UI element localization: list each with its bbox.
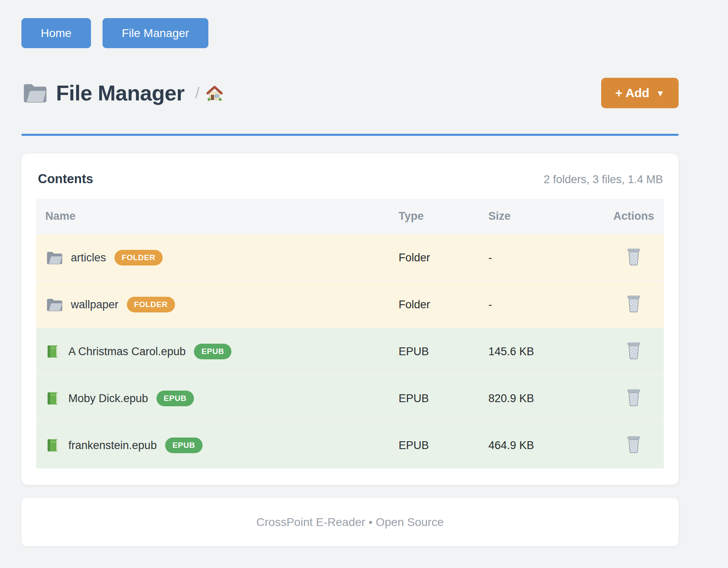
name-cell: A Christmas Carol.epub EPUB <box>36 328 399 375</box>
nav-file-manager-button[interactable]: File Manager <box>103 18 208 48</box>
contents-summary: 2 folders, 3 files, 1.4 MB <box>544 173 663 186</box>
size-cell: 464.9 KB <box>488 422 604 468</box>
table-header-row: Name Type Size Actions <box>36 199 664 234</box>
trash-icon <box>625 295 642 314</box>
trash-icon <box>625 389 642 408</box>
size-cell: 145.6 KB <box>488 328 604 375</box>
delete-button[interactable] <box>623 339 644 364</box>
header-divider <box>21 134 679 136</box>
file-name-link[interactable]: Moby Dick.epub <box>68 392 148 405</box>
size-cell: 820.9 KB <box>488 375 604 422</box>
type-cell: Folder <box>399 234 488 281</box>
file-table: Name Type Size Actions articles FOLDER F… <box>36 199 664 468</box>
type-badge: EPUB <box>156 391 194 406</box>
table-row: A Christmas Carol.epub EPUB EPUB 145.6 K… <box>36 328 664 375</box>
contents-card: Contents 2 folders, 3 files, 1.4 MB Name… <box>21 154 679 485</box>
type-badge: EPUB <box>165 438 203 453</box>
card-header: Contents 2 folders, 3 files, 1.4 MB <box>36 172 664 199</box>
type-cell: EPUB <box>399 328 488 375</box>
open-folder-icon <box>21 81 47 105</box>
add-button-label: + Add <box>615 86 649 100</box>
table-row: wallpaper FOLDER Folder - <box>36 281 664 328</box>
size-cell: - <box>488 281 604 328</box>
page-title: File Manager <box>56 81 184 105</box>
table-row: Moby Dick.epub EPUB EPUB 820.9 KB <box>36 375 664 422</box>
name-cell: Moby Dick.epub EPUB <box>36 375 399 421</box>
type-badge: FOLDER <box>127 297 175 312</box>
page-header: File Manager / + Add ▼ <box>21 78 679 108</box>
folder-icon <box>45 297 63 312</box>
trash-icon <box>625 248 642 268</box>
book-icon <box>45 344 60 359</box>
breadcrumb-separator: / <box>195 84 200 102</box>
add-button[interactable]: + Add ▼ <box>601 78 679 108</box>
file-name-link[interactable]: wallpaper <box>71 298 119 311</box>
delete-button[interactable] <box>623 433 644 458</box>
column-header-actions: Actions <box>604 199 664 234</box>
file-name-link[interactable]: A Christmas Carol.epub <box>68 345 186 358</box>
file-manager-page: Home File Manager File Manager / + Add ▼… <box>21 0 679 546</box>
type-badge: EPUB <box>194 344 231 359</box>
column-header-type: Type <box>399 199 488 234</box>
file-table-body: articles FOLDER Folder - wallpaper FOLDE… <box>36 234 664 468</box>
caret-down-icon: ▼ <box>656 88 665 98</box>
name-cell: articles FOLDER <box>36 235 399 281</box>
trash-icon <box>625 342 642 361</box>
table-row: frankenstein.epub EPUB EPUB 464.9 KB <box>36 422 664 468</box>
folder-icon <box>45 250 63 265</box>
footer-text: CrossPoint E-Reader • Open Source <box>257 516 444 529</box>
top-nav: Home File Manager <box>21 0 679 48</box>
table-row: articles FOLDER Folder - <box>36 234 664 281</box>
footer: CrossPoint E-Reader • Open Source <box>21 498 679 546</box>
type-cell: EPUB <box>399 375 488 422</box>
column-header-name: Name <box>36 199 399 234</box>
column-header-size: Size <box>488 199 604 234</box>
type-badge: FOLDER <box>114 250 163 265</box>
nav-home-button[interactable]: Home <box>21 18 91 48</box>
file-name-link[interactable]: articles <box>71 251 106 264</box>
trash-icon <box>625 435 642 455</box>
size-cell: - <box>488 234 604 281</box>
delete-button[interactable] <box>623 386 644 411</box>
card-title: Contents <box>38 172 93 186</box>
name-cell: frankenstein.epub EPUB <box>36 422 399 468</box>
delete-button[interactable] <box>623 292 644 317</box>
file-name-link[interactable]: frankenstein.epub <box>68 439 157 452</box>
type-cell: EPUB <box>399 422 488 468</box>
name-cell: wallpaper FOLDER <box>36 282 399 328</box>
book-icon <box>45 438 60 453</box>
breadcrumb-home-icon[interactable] <box>206 85 223 101</box>
book-icon <box>45 391 60 406</box>
delete-button[interactable] <box>623 245 644 270</box>
type-cell: Folder <box>399 281 488 328</box>
